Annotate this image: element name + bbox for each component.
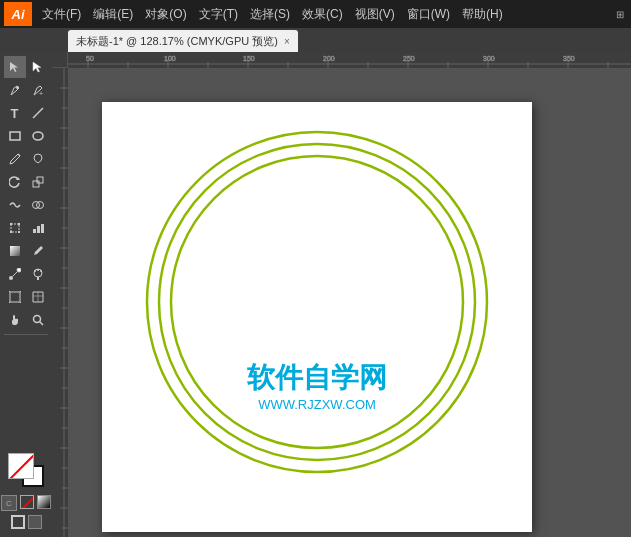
svg-text:150: 150 — [243, 55, 255, 62]
menu-edit[interactable]: 编辑(E) — [87, 0, 139, 28]
tool-group-graph — [4, 217, 49, 239]
type-tool[interactable]: T — [4, 102, 26, 124]
title-bar: Ai 文件(F) 编辑(E) 对象(O) 文字(T) 选择(S) 效果(C) 视… — [0, 0, 631, 28]
svg-rect-12 — [11, 224, 19, 232]
fill-color-box[interactable] — [8, 453, 34, 479]
full-screen-icon[interactable] — [28, 515, 42, 529]
svg-text:100: 100 — [164, 55, 176, 62]
svg-point-90 — [159, 144, 475, 460]
tab-bar: 未标题-1* @ 128.17% (CMYK/GPU 预览) × — [0, 28, 631, 52]
toolbar-separator — [4, 334, 48, 335]
blob-brush-tool[interactable] — [27, 148, 49, 170]
rectangle-tool[interactable] — [4, 125, 26, 147]
scale-tool[interactable] — [27, 171, 49, 193]
tool-group-navigate — [4, 309, 49, 331]
svg-point-6 — [33, 132, 43, 140]
svg-text:300: 300 — [483, 55, 495, 62]
free-transform-tool[interactable] — [4, 217, 26, 239]
gradient-icon[interactable] — [37, 495, 51, 509]
svg-point-36 — [33, 316, 40, 323]
svg-text:50: 50 — [86, 55, 94, 62]
svg-rect-14 — [18, 223, 20, 225]
no-color-icon[interactable] — [20, 495, 34, 509]
column-graph-tool[interactable] — [27, 217, 49, 239]
tool-group-pen: + — [4, 79, 49, 101]
svg-rect-38 — [68, 52, 631, 68]
svg-line-29 — [9, 291, 10, 292]
color-mode-icon[interactable]: C — [1, 495, 17, 511]
ruler-corner — [52, 52, 68, 68]
svg-line-37 — [39, 322, 43, 326]
grid-view-icon[interactable]: ⊞ — [613, 7, 627, 21]
svg-line-30 — [20, 291, 21, 292]
ruler-horizontal: 50 100 150 200 250 300 350 400 — [68, 52, 631, 68]
add-anchor-tool[interactable]: + — [27, 79, 49, 101]
warp-tool[interactable] — [4, 194, 26, 216]
slice-tool[interactable] — [27, 286, 49, 308]
svg-rect-63 — [52, 68, 68, 537]
svg-text:+: + — [39, 90, 43, 97]
selection-tool[interactable] — [4, 56, 26, 78]
menu-effect[interactable]: 效果(C) — [296, 0, 349, 28]
svg-rect-8 — [33, 181, 39, 187]
svg-rect-9 — [37, 177, 43, 183]
symbol-sprayer-tool[interactable] — [27, 263, 49, 285]
tab-title: 未标题-1* @ 128.17% (CMYK/GPU 预览) — [76, 34, 278, 49]
svg-rect-13 — [10, 223, 12, 225]
svg-rect-18 — [37, 226, 40, 233]
ai-logo: Ai — [4, 2, 32, 26]
tool-group-artboard — [4, 286, 49, 308]
ruler-vertical — [52, 68, 68, 537]
svg-line-23 — [12, 271, 17, 276]
svg-rect-15 — [10, 231, 12, 233]
svg-line-32 — [20, 302, 21, 303]
toolbar: + T — [0, 52, 52, 537]
menu-file[interactable]: 文件(F) — [36, 0, 87, 28]
svg-point-91 — [171, 156, 463, 448]
blend-tool[interactable] — [4, 263, 26, 285]
gradient-tool[interactable] — [4, 240, 26, 262]
menu-select[interactable]: 选择(S) — [244, 0, 296, 28]
menu-object[interactable]: 对象(O) — [139, 0, 192, 28]
svg-point-21 — [9, 276, 13, 280]
tool-group-selection — [4, 56, 49, 78]
svg-line-4 — [33, 108, 43, 118]
fill-stroke-selector — [4, 451, 48, 491]
svg-point-22 — [17, 268, 21, 272]
paintbrush-tool[interactable] — [4, 148, 26, 170]
main-layout: + T — [0, 52, 631, 537]
color-mode-icons: C — [1, 495, 51, 511]
shape-builder-tool[interactable] — [27, 194, 49, 216]
tool-group-warp — [4, 194, 49, 216]
menu-window[interactable]: 窗口(W) — [401, 0, 456, 28]
screen-mode-icon[interactable] — [11, 515, 25, 529]
svg-rect-17 — [33, 229, 36, 233]
zoom-tool[interactable] — [27, 309, 49, 331]
svg-point-25 — [34, 270, 36, 272]
svg-line-31 — [9, 302, 10, 303]
line-tool[interactable] — [27, 102, 49, 124]
tab-close-button[interactable]: × — [284, 36, 290, 47]
svg-point-26 — [40, 270, 42, 272]
svg-marker-1 — [33, 62, 41, 72]
hand-tool[interactable] — [4, 309, 26, 331]
tool-group-gradient — [4, 240, 49, 262]
ellipse-tool[interactable] — [27, 125, 49, 147]
tool-group-transform — [4, 171, 49, 193]
document-tab[interactable]: 未标题-1* @ 128.17% (CMYK/GPU 预览) × — [68, 30, 298, 52]
tool-group-brush — [4, 148, 49, 170]
svg-point-27 — [37, 269, 39, 271]
circles-svg — [102, 102, 532, 532]
svg-rect-16 — [18, 231, 20, 233]
menu-help[interactable]: 帮助(H) — [456, 0, 509, 28]
menu-type[interactable]: 文字(T) — [193, 0, 244, 28]
tool-group-blend — [4, 263, 49, 285]
direct-selection-tool[interactable] — [27, 56, 49, 78]
pen-tool[interactable] — [4, 79, 26, 101]
menu-view[interactable]: 视图(V) — [349, 0, 401, 28]
artboard-tool[interactable] — [4, 286, 26, 308]
svg-point-2 — [16, 86, 19, 89]
eyedropper-tool[interactable] — [27, 240, 49, 262]
rotate-tool[interactable] — [4, 171, 26, 193]
tool-group-shapes — [4, 125, 49, 147]
